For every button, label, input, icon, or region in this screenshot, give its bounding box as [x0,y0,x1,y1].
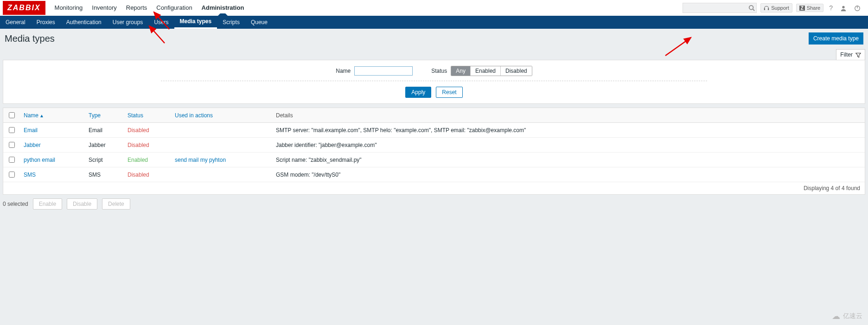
media-type-used-in-actions [171,138,272,153]
subnav-item-general[interactable]: General [0,16,31,29]
media-type-type: Jabber [85,138,124,153]
filter-panel: Name Status AnyEnabledDisabled Apply Res… [3,60,865,104]
media-type-used-in-actions [171,123,272,138]
status-filter-label: Status [431,68,447,74]
share-z-icon: Z [799,6,805,11]
topnav-item-administration[interactable]: Administration [197,0,249,16]
sub-nav: GeneralProxiesAuthenticationUser groupsU… [0,16,868,29]
media-type-type: Script [85,153,124,167]
search-icon[interactable] [748,4,755,11]
table-row: JabberJabberDisabledJabber identifier: "… [3,138,865,153]
media-type-status[interactable]: Enabled [128,157,148,163]
subnav-item-media-types[interactable]: Media types [174,16,217,29]
svg-rect-3 [768,8,769,10]
media-type-details: Jabber identifier: "jabber@example.com" [272,138,865,153]
select-all-checkbox[interactable] [9,112,15,118]
media-type-used-in-actions: send mail my pyhton [171,153,272,167]
subnav-item-queue[interactable]: Queue [245,16,273,29]
col-name[interactable]: Name▲ [20,108,85,123]
table-footer: Displaying 4 of 4 found [3,182,865,194]
col-type[interactable]: Type [85,108,124,123]
delete-button[interactable]: Delete [102,198,130,210]
svg-line-1 [753,9,755,11]
status-seg-disabled[interactable]: Disabled [501,66,532,76]
headset-icon [764,5,769,11]
share-link[interactable]: Z Share [796,4,823,12]
media-type-status[interactable]: Disabled [128,142,149,148]
top-nav: MonitoringInventoryReportsConfigurationA… [50,0,249,16]
svg-point-4 [842,6,844,8]
filter-label: Filter [840,51,853,58]
apply-button[interactable]: Apply [405,87,431,98]
help-icon[interactable]: ? [827,4,835,12]
reset-button[interactable]: Reset [436,87,462,98]
topnav-item-monitoring[interactable]: Monitoring [50,0,88,16]
col-status[interactable]: Status [124,108,171,123]
media-type-type: Email [85,123,124,138]
subnav-item-proxies[interactable]: Proxies [31,16,61,29]
col-name-link[interactable]: Name▲ [24,112,44,119]
media-type-details: SMTP server: "mail.example.com", SMTP he… [272,123,865,138]
page-title: Media types [5,33,55,44]
media-type-details: Script name: "zabbix_sendmail.py" [272,153,865,167]
used-action-link[interactable]: send mail my pyhton [175,157,226,163]
row-checkbox[interactable] [9,127,15,133]
status-seg-enabled[interactable]: Enabled [471,66,501,76]
name-filter-label: Name [336,68,351,74]
media-type-name-link[interactable]: Email [24,127,38,134]
subnav-item-users[interactable]: Users [148,16,174,29]
create-media-type-button[interactable]: Create media type [809,32,863,45]
search-input[interactable] [683,3,757,13]
table-row: EmailEmailDisabledSMTP server: "mail.exa… [3,123,865,138]
selected-count: 0 selected [3,201,28,207]
row-checkbox[interactable] [9,172,15,178]
svg-rect-2 [764,8,765,10]
media-type-status[interactable]: Disabled [128,172,149,178]
zabbix-logo[interactable]: ZABBIX [3,1,45,15]
topnav-item-configuration[interactable]: Configuration [152,0,197,16]
subnav-item-scripts[interactable]: Scripts [217,16,245,29]
filter-toggle[interactable]: Filter [836,49,865,60]
sort-asc-icon: ▲ [39,113,44,118]
support-label: Support [771,5,789,11]
media-type-name-link[interactable]: python email [24,157,55,163]
col-used-in-actions[interactable]: Used in actions [171,108,272,123]
col-details: Details [272,108,865,123]
disable-button[interactable]: Disable [67,198,97,210]
power-icon[interactable] [852,4,862,12]
media-type-details: GSM modem: "/dev/ttyS0" [272,167,865,182]
share-label: Share [807,5,820,11]
table-row: python emailScriptEnabledsend mail my py… [3,153,865,167]
media-type-name-link[interactable]: SMS [24,172,36,178]
svg-point-0 [749,6,753,10]
media-types-table: Name▲ Type Status Used in actions Detail… [3,108,865,195]
user-icon[interactable] [838,4,849,12]
media-type-used-in-actions [171,167,272,182]
media-type-type: SMS [85,167,124,182]
filter-icon [855,51,861,58]
row-checkbox[interactable] [9,142,15,148]
media-type-status[interactable]: Disabled [128,127,149,134]
support-link[interactable]: Support [760,3,792,12]
global-search[interactable] [683,3,757,13]
row-checkbox[interactable] [9,157,15,163]
subnav-item-authentication[interactable]: Authentication [61,16,107,29]
table-row: SMSSMSDisabledGSM modem: "/dev/ttyS0" [3,167,865,182]
topnav-item-inventory[interactable]: Inventory [87,0,121,16]
media-type-name-link[interactable]: Jabber [24,142,41,148]
enable-button[interactable]: Enable [33,198,62,210]
status-segmented: AnyEnabledDisabled [451,66,532,76]
status-seg-any[interactable]: Any [451,66,471,76]
subnav-item-user-groups[interactable]: User groups [107,16,148,29]
name-filter-input[interactable] [354,66,413,76]
topnav-item-reports[interactable]: Reports [121,0,152,16]
